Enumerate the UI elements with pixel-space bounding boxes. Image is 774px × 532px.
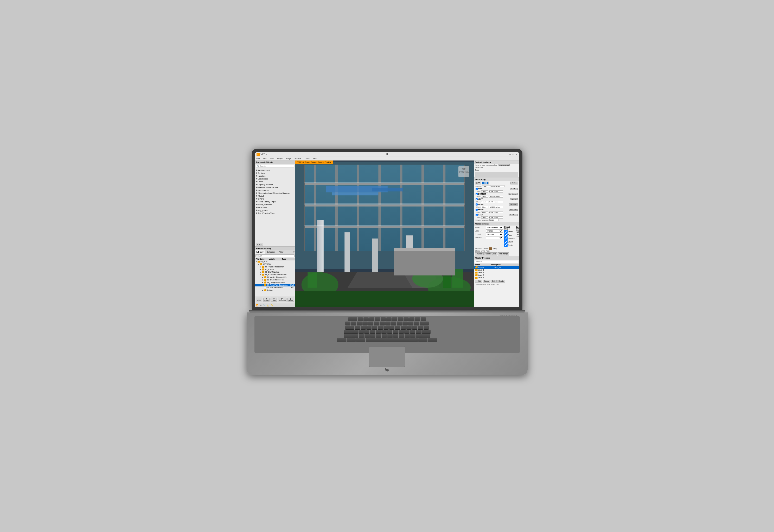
section-off-button[interactable]: OFF bbox=[475, 182, 481, 184]
close-button[interactable]: × bbox=[515, 153, 518, 156]
menu-edit[interactable]: Edit bbox=[262, 157, 267, 160]
tree-item-tag-physical[interactable]: ▶ Tag_PhysicalType bbox=[255, 212, 295, 215]
snap-midpoint-checkbox[interactable] bbox=[504, 237, 508, 240]
key-backslash[interactable] bbox=[424, 326, 429, 329]
file-row-00procurement[interactable]: ▶ 00_Project Procurement bbox=[255, 266, 295, 268]
key-f5[interactable] bbox=[381, 317, 386, 321]
key-backspace[interactable] bbox=[420, 322, 429, 325]
offset-all-inches[interactable] bbox=[490, 185, 504, 187]
preset-group-button[interactable]: Group bbox=[483, 280, 490, 283]
tree-item-structural[interactable]: ▶ Structural bbox=[255, 206, 295, 209]
top-checkbox[interactable] bbox=[476, 188, 478, 190]
tree-item-architectural[interactable]: ▶ Architectural bbox=[255, 169, 295, 172]
key-tab[interactable] bbox=[345, 326, 354, 329]
key-4[interactable] bbox=[368, 322, 373, 325]
preset-add-button[interactable]: + Add bbox=[475, 280, 482, 283]
key-quote[interactable] bbox=[416, 330, 421, 334]
collapse-icon[interactable]: — bbox=[517, 161, 518, 163]
key-6[interactable] bbox=[380, 322, 385, 325]
key-alt[interactable] bbox=[356, 338, 365, 342]
file-row-3svdco[interactable]: ▶ 3S VDCO bbox=[255, 263, 295, 266]
key-j[interactable] bbox=[393, 330, 398, 334]
tree-item-bylevel[interactable]: ▶ By Level bbox=[255, 172, 295, 175]
minimize-button[interactable]: ─ bbox=[509, 153, 511, 156]
tree-item-model[interactable]: ▶ Model bbox=[255, 195, 295, 197]
file-row-02site[interactable]: ▶ 02_Site Utilization bbox=[255, 271, 295, 273]
preset-row-level4[interactable]: Level 4 bbox=[474, 277, 519, 279]
key-7[interactable] bbox=[385, 322, 391, 325]
file-row-09122019[interactable]: 📄 09122019 Boom Blo... DWG bbox=[255, 286, 295, 289]
tab-selection[interactable]: Selection bbox=[265, 250, 277, 254]
key-x[interactable] bbox=[364, 334, 370, 338]
key-period[interactable] bbox=[405, 334, 410, 338]
back-checkbox[interactable] bbox=[476, 214, 478, 216]
front-checkbox[interactable] bbox=[476, 209, 478, 211]
tab-library[interactable]: Library bbox=[255, 250, 265, 254]
key-f7[interactable] bbox=[392, 317, 397, 321]
file-row-01master[interactable]: ▶ 01_Master Alignment F... bbox=[255, 276, 295, 279]
tree-item-lighting[interactable]: ▶ Lighting Fixtures bbox=[255, 183, 295, 186]
menu-archive[interactable]: Archive bbox=[294, 157, 302, 160]
key-f10[interactable] bbox=[409, 317, 414, 321]
tags-search-input[interactable] bbox=[260, 165, 281, 167]
key-comma[interactable] bbox=[399, 334, 404, 338]
key-w[interactable] bbox=[361, 326, 366, 329]
key-g[interactable] bbox=[381, 330, 387, 334]
bottom-offset-feet[interactable] bbox=[481, 196, 488, 198]
front-offset-inches[interactable] bbox=[489, 211, 503, 213]
left-offset-feet[interactable] bbox=[481, 201, 488, 203]
key-f3[interactable] bbox=[369, 317, 374, 321]
mode-select[interactable]: Point to Point bbox=[486, 226, 503, 229]
tree-item-qaqc[interactable]: ▶ QAQC bbox=[255, 197, 295, 200]
snap-center-checkbox[interactable] bbox=[504, 243, 508, 247]
key-ralt[interactable] bbox=[418, 338, 427, 342]
key-b[interactable] bbox=[382, 334, 387, 338]
key-9[interactable] bbox=[397, 322, 402, 325]
back-offset-feet[interactable] bbox=[481, 216, 488, 219]
key-rbrace[interactable] bbox=[418, 326, 423, 329]
key-lshift[interactable] bbox=[344, 334, 358, 338]
key-lbrace[interactable] bbox=[412, 326, 417, 329]
set-box-button[interactable]: Set Box bbox=[510, 182, 518, 184]
tab-filter[interactable]: Filter bbox=[277, 250, 285, 254]
key-fn[interactable] bbox=[337, 338, 346, 342]
file-row-01vdcinp[interactable]: ▶ 01_VDCInP bbox=[255, 268, 295, 271]
file-row-03rcs[interactable]: ▶ 03_RCS bbox=[255, 260, 295, 263]
file-row-03model[interactable]: ▶ 03_3D Model Coordination bbox=[255, 273, 295, 276]
update-details-button[interactable]: Update details bbox=[498, 164, 510, 166]
key-c[interactable] bbox=[370, 334, 375, 338]
settings-button[interactable]: ⚙ Settings bbox=[498, 252, 509, 255]
key-s[interactable] bbox=[364, 330, 369, 334]
set-right-button[interactable]: Set Right bbox=[509, 203, 518, 206]
key-1[interactable] bbox=[351, 322, 356, 325]
file-row-03design[interactable]: ▶ 03_Design Team Files bbox=[255, 281, 295, 284]
filter-icon[interactable]: ⊟ bbox=[292, 250, 295, 254]
touchpad[interactable] bbox=[369, 346, 405, 367]
format-select[interactable]: Decimal bbox=[486, 233, 503, 236]
front-offset-feet[interactable] bbox=[481, 211, 488, 213]
top-offset-feet[interactable] bbox=[481, 190, 488, 193]
preset-row-level3[interactable]: Level 3 bbox=[474, 274, 519, 277]
preset-row-701814[interactable]: 701814... Exist_Ma... bbox=[474, 266, 519, 269]
key-semicolon[interactable] bbox=[410, 330, 415, 334]
key-u[interactable] bbox=[389, 326, 394, 329]
key-v[interactable] bbox=[376, 334, 381, 338]
tree-item-revit-family[interactable]: ▶ Revit_Family_Type bbox=[255, 200, 295, 203]
key-backtick[interactable] bbox=[345, 322, 350, 325]
left-offset-inches[interactable] bbox=[489, 201, 503, 203]
tree-item-level[interactable]: ▶ Level bbox=[255, 180, 295, 183]
key-slash[interactable] bbox=[410, 334, 415, 338]
units-select[interactable]: Inches bbox=[486, 229, 503, 233]
key-m[interactable] bbox=[393, 334, 398, 338]
key-enter[interactable] bbox=[421, 330, 431, 334]
menu-logic[interactable]: Logic bbox=[286, 157, 292, 160]
menu-view[interactable]: View bbox=[269, 157, 274, 160]
bottom-checkbox[interactable] bbox=[476, 193, 478, 195]
menu-object[interactable]: Object bbox=[277, 157, 284, 160]
key-rctrl[interactable] bbox=[428, 338, 437, 342]
set-top-button[interactable]: Set Top bbox=[510, 188, 517, 190]
preset-delete-button[interactable]: Delete bbox=[497, 280, 505, 283]
preset-row-level1[interactable]: Level 1 bbox=[474, 269, 519, 271]
right-offset-feet[interactable] bbox=[481, 206, 488, 208]
key-8[interactable] bbox=[391, 322, 396, 325]
